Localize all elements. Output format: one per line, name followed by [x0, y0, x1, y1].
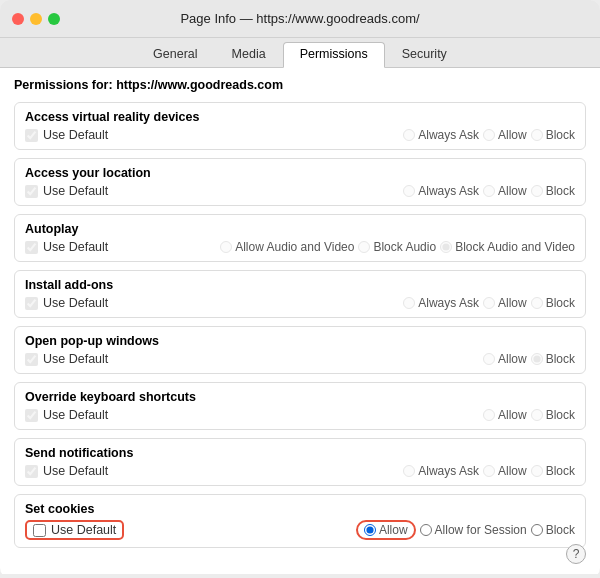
location-row: Use Default Always Ask Allow Block	[15, 182, 585, 205]
vr-block-label: Block	[531, 128, 575, 142]
section-keyboard-title: Override keyboard shortcuts	[15, 383, 585, 406]
vr-allow-radio[interactable]	[483, 129, 495, 141]
notifications-always-ask-label: Always Ask	[403, 464, 479, 478]
keyboard-use-default-label: Use Default	[25, 408, 108, 422]
tab-security[interactable]: Security	[385, 42, 464, 67]
location-allow-label: Allow	[483, 184, 527, 198]
addons-always-ask-radio[interactable]	[403, 297, 415, 309]
keyboard-allow-label: Allow	[483, 408, 527, 422]
vr-always-ask-radio[interactable]	[403, 129, 415, 141]
titlebar: Page Info — https://www.goodreads.com/	[0, 0, 600, 38]
popups-block-radio[interactable]	[531, 353, 543, 365]
maximize-button[interactable]	[48, 13, 60, 25]
popups-radio-group: Allow Block	[483, 352, 575, 366]
section-vr: Access virtual reality devices Use Defau…	[14, 102, 586, 150]
autoplay-block-av-radio[interactable]	[440, 241, 452, 253]
vr-always-ask-label: Always Ask	[403, 128, 479, 142]
cookies-allow-label: Allow	[356, 520, 416, 540]
addons-block-label: Block	[531, 296, 575, 310]
addons-allow-radio[interactable]	[483, 297, 495, 309]
autoplay-radio-group: Allow Audio and Video Block Audio Block …	[220, 240, 575, 254]
section-autoplay: Autoplay Use Default Allow Audio and Vid…	[14, 214, 586, 262]
autoplay-use-default-label: Use Default	[25, 240, 108, 254]
popups-allow-label: Allow	[483, 352, 527, 366]
notifications-allow-label: Allow	[483, 464, 527, 478]
cookies-use-default-checkbox[interactable]	[33, 524, 46, 537]
popups-row: Use Default Allow Block	[15, 350, 585, 373]
tab-permissions[interactable]: Permissions	[283, 42, 385, 68]
section-notifications-title: Send notifications	[15, 439, 585, 462]
cookies-allow-radio[interactable]	[364, 524, 376, 536]
cookies-allow-session-label: Allow for Session	[420, 523, 527, 537]
addons-always-ask-label: Always Ask	[403, 296, 479, 310]
autoplay-block-av-label: Block Audio and Video	[440, 240, 575, 254]
tab-bar: General Media Permissions Security	[0, 38, 600, 68]
section-vr-title: Access virtual reality devices	[15, 103, 585, 126]
section-keyboard: Override keyboard shortcuts Use Default …	[14, 382, 586, 430]
help-button[interactable]: ?	[566, 544, 586, 564]
addons-block-radio[interactable]	[531, 297, 543, 309]
section-addons-title: Install add-ons	[15, 271, 585, 294]
vr-block-radio[interactable]	[531, 129, 543, 141]
autoplay-allow-av-radio[interactable]	[220, 241, 232, 253]
section-location-title: Access your location	[15, 159, 585, 182]
location-use-default-label: Use Default	[25, 184, 108, 198]
tab-general[interactable]: General	[136, 42, 214, 67]
minimize-button[interactable]	[30, 13, 42, 25]
keyboard-block-radio[interactable]	[531, 409, 543, 421]
notifications-block-radio[interactable]	[531, 465, 543, 477]
keyboard-allow-radio[interactable]	[483, 409, 495, 421]
permissions-url: https://www.goodreads.com	[116, 78, 283, 92]
autoplay-block-audio-radio[interactable]	[358, 241, 370, 253]
notifications-use-default-checkbox[interactable]	[25, 465, 38, 478]
location-use-default-checkbox[interactable]	[25, 185, 38, 198]
section-notifications: Send notifications Use Default Always As…	[14, 438, 586, 486]
vr-radio-group: Always Ask Allow Block	[403, 128, 575, 142]
cookies-radio-group: Allow Allow for Session Block	[356, 520, 575, 540]
section-location: Access your location Use Default Always …	[14, 158, 586, 206]
location-allow-radio[interactable]	[483, 185, 495, 197]
section-cookies-title: Set cookies	[15, 495, 585, 518]
popups-use-default-checkbox[interactable]	[25, 353, 38, 366]
window-title: Page Info — https://www.goodreads.com/	[180, 11, 419, 26]
tab-media[interactable]: Media	[215, 42, 283, 67]
permissions-for-label: Permissions for: https://www.goodreads.c…	[14, 78, 586, 92]
vr-allow-label: Allow	[483, 128, 527, 142]
cookies-block-radio[interactable]	[531, 524, 543, 536]
section-popups: Open pop-up windows Use Default Allow Bl…	[14, 326, 586, 374]
vr-use-default-checkbox[interactable]	[25, 129, 38, 142]
keyboard-use-default-checkbox[interactable]	[25, 409, 38, 422]
notifications-always-ask-radio[interactable]	[403, 465, 415, 477]
addons-allow-label: Allow	[483, 296, 527, 310]
notifications-radio-group: Always Ask Allow Block	[403, 464, 575, 478]
popups-use-default-label: Use Default	[25, 352, 108, 366]
cookies-use-default-label[interactable]: Use Default	[25, 520, 124, 540]
cookies-block-label: Block	[531, 523, 575, 537]
section-cookies: Set cookies Use Default Allow Allow for …	[14, 494, 586, 548]
vr-use-default-label: Use Default	[25, 128, 108, 142]
section-autoplay-title: Autoplay	[15, 215, 585, 238]
notifications-allow-radio[interactable]	[483, 465, 495, 477]
location-block-label: Block	[531, 184, 575, 198]
keyboard-radio-group: Allow Block	[483, 408, 575, 422]
notifications-use-default-label: Use Default	[25, 464, 108, 478]
addons-use-default-label: Use Default	[25, 296, 108, 310]
keyboard-block-label: Block	[531, 408, 575, 422]
location-block-radio[interactable]	[531, 185, 543, 197]
close-button[interactable]	[12, 13, 24, 25]
popups-block-label: Block	[531, 352, 575, 366]
addons-radio-group: Always Ask Allow Block	[403, 296, 575, 310]
location-always-ask-label: Always Ask	[403, 184, 479, 198]
location-radio-group: Always Ask Allow Block	[403, 184, 575, 198]
autoplay-use-default-checkbox[interactable]	[25, 241, 38, 254]
popups-allow-radio[interactable]	[483, 353, 495, 365]
autoplay-block-audio-label: Block Audio	[358, 240, 436, 254]
addons-row: Use Default Always Ask Allow Block	[15, 294, 585, 317]
notifications-block-label: Block	[531, 464, 575, 478]
permissions-content: Permissions for: https://www.goodreads.c…	[0, 68, 600, 574]
section-addons: Install add-ons Use Default Always Ask A…	[14, 270, 586, 318]
addons-use-default-checkbox[interactable]	[25, 297, 38, 310]
autoplay-row: Use Default Allow Audio and Video Block …	[15, 238, 585, 261]
location-always-ask-radio[interactable]	[403, 185, 415, 197]
cookies-allow-session-radio[interactable]	[420, 524, 432, 536]
